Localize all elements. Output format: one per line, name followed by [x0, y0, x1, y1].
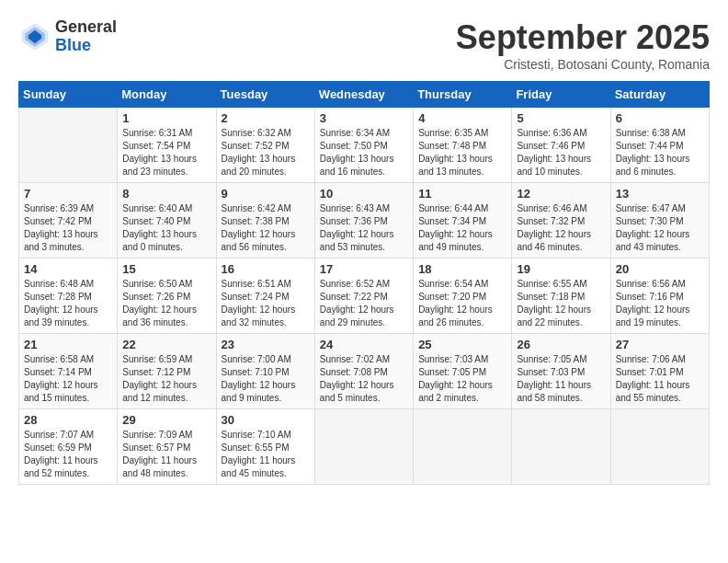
day-detail: Sunrise: 6:51 AMSunset: 7:24 PMDaylight:… [222, 279, 296, 327]
weekday-header: Wednesday [314, 82, 413, 108]
day-detail: Sunrise: 6:47 AMSunset: 7:30 PMDaylight:… [616, 203, 690, 252]
calendar-cell: 8Sunrise: 6:40 AMSunset: 7:40 PMDaylight… [118, 183, 216, 259]
day-detail: Sunrise: 6:46 AMSunset: 7:32 PMDaylight:… [517, 203, 591, 252]
calendar-cell: 25Sunrise: 7:03 AMSunset: 7:05 PMDayligh… [414, 334, 512, 409]
day-number: 25 [418, 338, 506, 351]
calendar-cell: 21Sunrise: 6:58 AMSunset: 7:14 PMDayligh… [19, 334, 118, 409]
day-detail: Sunrise: 7:09 AMSunset: 6:57 PMDaylight:… [122, 430, 197, 478]
calendar-cell: 23Sunrise: 7:00 AMSunset: 7:10 PMDayligh… [216, 334, 314, 409]
day-number: 11 [418, 187, 506, 201]
calendar-cell: 27Sunrise: 7:06 AMSunset: 7:01 PMDayligh… [610, 334, 709, 409]
day-detail: Sunrise: 6:58 AMSunset: 7:14 PMDaylight:… [24, 354, 98, 403]
calendar-cell: 16Sunrise: 6:51 AMSunset: 7:24 PMDayligh… [216, 259, 314, 334]
day-number: 3 [320, 111, 408, 125]
calendar-cell [19, 108, 118, 183]
day-number: 12 [517, 187, 605, 201]
day-detail: Sunrise: 7:07 AMSunset: 6:59 PMDaylight:… [24, 430, 98, 478]
day-detail: Sunrise: 6:32 AMSunset: 7:52 PMDaylight:… [222, 128, 296, 177]
calendar-cell: 20Sunrise: 6:56 AMSunset: 7:16 PMDayligh… [610, 259, 709, 334]
day-number: 5 [517, 111, 605, 125]
day-number: 28 [24, 413, 112, 427]
weekday-header: Sunday [19, 82, 118, 108]
day-number: 17 [320, 262, 408, 276]
weekday-header: Saturday [610, 82, 709, 108]
month-title: September 2025 [456, 18, 710, 57]
calendar-cell: 15Sunrise: 6:50 AMSunset: 7:26 PMDayligh… [118, 259, 216, 334]
day-number: 19 [517, 262, 605, 276]
calendar-cell: 24Sunrise: 7:02 AMSunset: 7:08 PMDayligh… [314, 334, 413, 409]
calendar-cell: 26Sunrise: 7:05 AMSunset: 7:03 PMDayligh… [512, 334, 610, 409]
day-detail: Sunrise: 6:42 AMSunset: 7:38 PMDaylight:… [222, 203, 296, 252]
calendar-cell: 9Sunrise: 6:42 AMSunset: 7:38 PMDaylight… [216, 183, 314, 259]
day-number: 23 [222, 338, 310, 351]
logo-text: General Blue [55, 18, 117, 55]
weekday-header: Friday [512, 82, 610, 108]
day-detail: Sunrise: 6:50 AMSunset: 7:26 PMDaylight:… [122, 279, 197, 327]
weekday-header: Tuesday [216, 82, 314, 108]
day-detail: Sunrise: 6:34 AMSunset: 7:50 PMDaylight:… [320, 128, 394, 177]
day-detail: Sunrise: 7:10 AMSunset: 6:55 PMDaylight:… [222, 430, 296, 478]
calendar-week-row: 14Sunrise: 6:48 AMSunset: 7:28 PMDayligh… [19, 259, 710, 334]
calendar-cell: 4Sunrise: 6:35 AMSunset: 7:48 PMDaylight… [414, 108, 512, 183]
day-detail: Sunrise: 6:55 AMSunset: 7:18 PMDaylight:… [517, 279, 591, 327]
location: Cristesti, Botosani County, Romania [456, 57, 710, 72]
calendar-cell: 19Sunrise: 6:55 AMSunset: 7:18 PMDayligh… [512, 259, 610, 334]
day-detail: Sunrise: 7:02 AMSunset: 7:08 PMDaylight:… [320, 354, 394, 403]
day-detail: Sunrise: 6:39 AMSunset: 7:42 PMDaylight:… [24, 203, 98, 252]
calendar-week-row: 1Sunrise: 6:31 AMSunset: 7:54 PMDaylight… [19, 108, 710, 183]
day-number: 2 [222, 111, 310, 125]
day-detail: Sunrise: 6:56 AMSunset: 7:16 PMDaylight:… [616, 279, 690, 327]
calendar-cell: 2Sunrise: 6:32 AMSunset: 7:52 PMDaylight… [216, 108, 314, 183]
logo-blue: Blue [55, 37, 117, 55]
day-number: 14 [24, 262, 112, 276]
weekday-header: Monday [118, 82, 216, 108]
calendar-cell [512, 409, 610, 485]
day-number: 22 [122, 338, 210, 351]
day-detail: Sunrise: 6:35 AMSunset: 7:48 PMDaylight:… [418, 128, 493, 177]
day-number: 27 [616, 338, 704, 351]
calendar-cell: 17Sunrise: 6:52 AMSunset: 7:22 PMDayligh… [314, 259, 413, 334]
day-number: 21 [24, 338, 112, 351]
weekday-header: Thursday [414, 82, 512, 108]
logo: General Blue [18, 18, 117, 55]
logo-icon [18, 20, 51, 53]
day-number: 1 [122, 111, 210, 125]
calendar-cell: 6Sunrise: 6:38 AMSunset: 7:44 PMDaylight… [610, 108, 709, 183]
day-number: 4 [418, 111, 506, 125]
day-detail: Sunrise: 6:36 AMSunset: 7:46 PMDaylight:… [517, 128, 591, 177]
day-number: 30 [222, 413, 310, 427]
day-number: 18 [418, 262, 506, 276]
calendar-cell: 14Sunrise: 6:48 AMSunset: 7:28 PMDayligh… [19, 259, 118, 334]
calendar-cell [610, 409, 709, 485]
day-number: 26 [517, 338, 605, 351]
day-detail: Sunrise: 6:44 AMSunset: 7:34 PMDaylight:… [418, 203, 493, 252]
calendar-cell: 28Sunrise: 7:07 AMSunset: 6:59 PMDayligh… [19, 409, 118, 485]
calendar-cell: 7Sunrise: 6:39 AMSunset: 7:42 PMDaylight… [19, 183, 118, 259]
day-number: 9 [222, 187, 310, 201]
logo-general: General [55, 18, 117, 37]
day-number: 29 [122, 413, 210, 427]
calendar-cell: 12Sunrise: 6:46 AMSunset: 7:32 PMDayligh… [512, 183, 610, 259]
day-number: 7 [24, 187, 112, 201]
day-number: 8 [122, 187, 210, 201]
day-detail: Sunrise: 6:43 AMSunset: 7:36 PMDaylight:… [320, 203, 394, 252]
day-detail: Sunrise: 6:40 AMSunset: 7:40 PMDaylight:… [122, 203, 197, 252]
day-detail: Sunrise: 6:52 AMSunset: 7:22 PMDaylight:… [320, 279, 394, 327]
calendar-week-row: 21Sunrise: 6:58 AMSunset: 7:14 PMDayligh… [19, 334, 710, 409]
day-number: 13 [616, 187, 704, 201]
day-detail: Sunrise: 7:00 AMSunset: 7:10 PMDaylight:… [222, 354, 296, 403]
calendar-cell: 13Sunrise: 6:47 AMSunset: 7:30 PMDayligh… [610, 183, 709, 259]
day-number: 10 [320, 187, 408, 201]
day-detail: Sunrise: 6:38 AMSunset: 7:44 PMDaylight:… [616, 128, 690, 177]
calendar-cell: 3Sunrise: 6:34 AMSunset: 7:50 PMDaylight… [314, 108, 413, 183]
calendar-cell: 10Sunrise: 6:43 AMSunset: 7:36 PMDayligh… [314, 183, 413, 259]
calendar-cell: 18Sunrise: 6:54 AMSunset: 7:20 PMDayligh… [414, 259, 512, 334]
calendar-cell: 1Sunrise: 6:31 AMSunset: 7:54 PMDaylight… [118, 108, 216, 183]
calendar-cell: 11Sunrise: 6:44 AMSunset: 7:34 PMDayligh… [414, 183, 512, 259]
day-detail: Sunrise: 7:05 AMSunset: 7:03 PMDaylight:… [517, 354, 591, 403]
day-number: 20 [616, 262, 704, 276]
day-number: 15 [122, 262, 210, 276]
title-block: September 2025 Cristesti, Botosani Count… [456, 18, 710, 72]
day-number: 6 [616, 111, 704, 125]
day-detail: Sunrise: 6:54 AMSunset: 7:20 PMDaylight:… [418, 279, 493, 327]
